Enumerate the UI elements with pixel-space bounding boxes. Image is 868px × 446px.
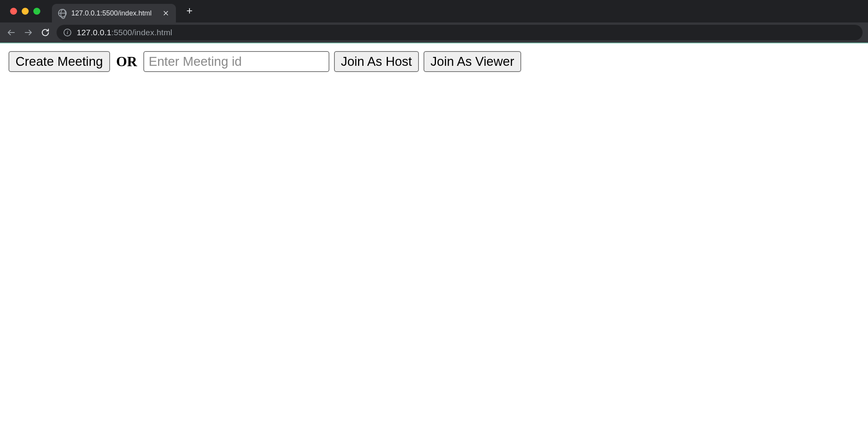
address-text: 127.0.0.1:5500/index.html [77,28,172,37]
window-close-button[interactable] [10,8,17,15]
address-host: 127.0.0.1 [77,28,111,37]
join-as-viewer-button[interactable]: Join As Viewer [424,51,521,72]
join-as-host-button[interactable]: Join As Host [334,51,419,72]
toolbar: i 127.0.0.1:5500/index.html [0,22,868,43]
window-maximize-button[interactable] [33,8,40,15]
window-minimize-button[interactable] [22,8,29,15]
or-separator: OR [115,53,139,70]
window-controls [0,8,52,15]
new-tab-button[interactable] [184,5,195,17]
site-info-icon[interactable]: i [64,29,71,36]
close-tab-icon[interactable] [162,9,170,17]
page-content: Create Meeting OR Join As Host Join As V… [0,43,868,80]
browser-tab[interactable]: 127.0.0.1:5500/index.html [52,4,176,22]
meeting-id-input[interactable] [143,51,329,72]
tab-bar: 127.0.0.1:5500/index.html [0,0,868,22]
address-path: :5500/index.html [111,28,172,37]
tab-title: 127.0.0.1:5500/index.html [71,9,157,17]
forward-button[interactable] [22,27,34,38]
browser-chrome: 127.0.0.1:5500/index.html i 127.0.0.1:55… [0,0,868,43]
address-bar[interactable]: i 127.0.0.1:5500/index.html [57,25,863,40]
globe-icon [58,9,67,17]
back-button[interactable] [5,27,17,38]
create-meeting-button[interactable]: Create Meeting [9,51,110,72]
reload-button[interactable] [40,27,51,38]
